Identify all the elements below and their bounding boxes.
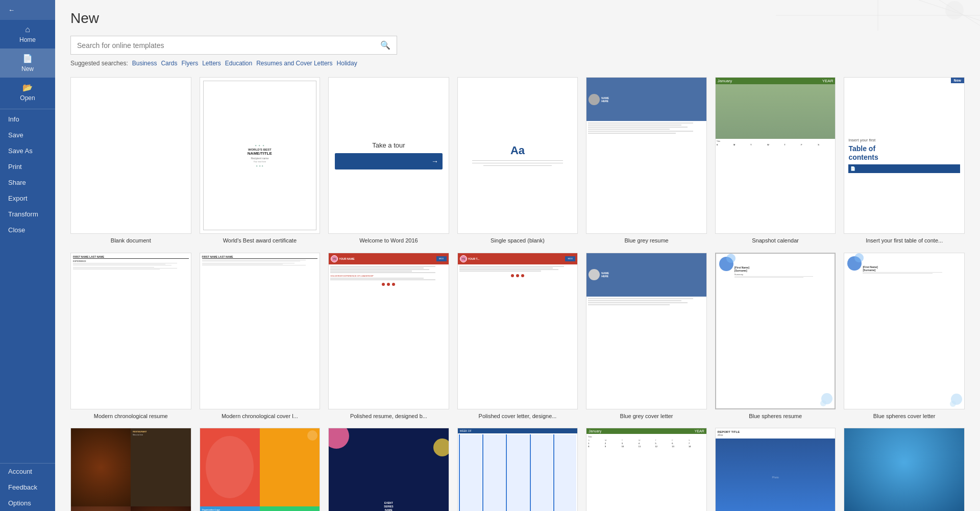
template-banner-calendar[interactable]: JanuaryYEAR Title SMTWTFS 1234567 891011… xyxy=(586,428,707,511)
sidebar-item-save[interactable]: Save xyxy=(0,127,55,143)
template-award[interactable]: ✦ ✦ ✦ WORLD'S BEST NAME/TITLE Recipient … xyxy=(200,77,321,245)
template-award-label: World's Best award certificate xyxy=(223,237,297,244)
template-edu-brochure-thumb: Organization Logo xyxy=(200,428,321,511)
template-blue-appt-cal-thumb: WEEK OF xyxy=(457,428,578,511)
template-report-thumb: REPORT TITLE 20xx Photo xyxy=(715,428,836,511)
template-restaurant-brochure-thumb: RESTAURANT Menu text here xyxy=(70,428,191,511)
template-edu-brochure[interactable]: Organization Logo Education brochure xyxy=(200,428,321,511)
template-single-spaced-thumb: Aa xyxy=(457,77,578,234)
sidebar-item-open[interactable]: 📂 Open xyxy=(0,78,55,107)
template-report[interactable]: REPORT TITLE 20xx Photo Report xyxy=(715,428,836,511)
template-banner-calendar-thumb: JanuaryYEAR Title SMTWTFS 1234567 891011… xyxy=(586,428,707,511)
template-polished-cover[interactable]: YN YOUR T... MOO xyxy=(457,253,578,420)
template-blue-grey-resume-thumb: NAME HERE xyxy=(586,77,707,234)
template-polished-cover-label: Polished cover letter, designe... xyxy=(479,412,557,420)
template-blue-grey-resume[interactable]: NAME HERE Blue grey resume xyxy=(586,77,707,245)
sidebar-item-feedback[interactable]: Feedback xyxy=(0,479,55,495)
sidebar-item-export[interactable]: Export xyxy=(0,190,55,206)
template-toc[interactable]: New Insert your first Table ofcontents 📄… xyxy=(844,77,965,245)
template-snapshot-calendar-thumb: JanuaryYEAR Title SMTWTFS xyxy=(715,77,836,234)
template-blue-spheres-cover[interactable]: [First Name][Surname] Blue spheres cover… xyxy=(844,253,965,420)
template-blue-appt-cal[interactable]: WEEK OF Blue spheres appointment cal... xyxy=(457,428,578,511)
template-blue-grey-cover[interactable]: NAME HERE Blue grey cover letter xyxy=(586,253,707,420)
template-tour-label: Welcome to Word 2016 xyxy=(359,237,418,244)
sidebar-item-info[interactable]: Info xyxy=(0,111,55,127)
template-polished-resume[interactable]: YN YOUR NAME MOO VOLUNTEER EXPERIENCE OF… xyxy=(328,253,449,420)
template-toc-thumb: New Insert your first Table ofcontents 📄 xyxy=(844,77,965,234)
sidebar-item-save-as[interactable]: Save As xyxy=(0,143,55,159)
sidebar-item-open-label: Open xyxy=(20,94,35,102)
templates-grid: Blank document ✦ ✦ ✦ WORLD'S BEST NAME/T… xyxy=(70,77,965,511)
background-decoration xyxy=(776,0,980,31)
template-blank-thumb xyxy=(70,77,191,234)
suggested-label: Suggested searches: xyxy=(70,60,128,67)
template-snapshot-calendar[interactable]: JanuaryYEAR Title SMTWTFS Snapshot calen… xyxy=(715,77,836,245)
template-blue-grey-cover-thumb: NAME HERE xyxy=(586,253,707,409)
search-button[interactable]: 🔍 xyxy=(374,36,397,54)
back-icon: ← xyxy=(8,6,15,14)
template-polished-resume-thumb: YN YOUR NAME MOO VOLUNTEER EXPERIENCE OF… xyxy=(328,253,449,409)
template-modern-chrono-cover-label: Modern chronological cover l... xyxy=(222,412,298,420)
sidebar-item-new[interactable]: 📄 New xyxy=(0,48,55,78)
template-blue-grey-cover-label: Blue grey cover letter xyxy=(620,412,673,420)
sidebar-item-transform[interactable]: Transform xyxy=(0,206,55,222)
template-single-spaced-label: Single spaced (blank) xyxy=(491,237,545,244)
sidebar-item-new-label: New xyxy=(21,65,34,72)
template-blue-spheres-cover-label: Blue spheres cover letter xyxy=(873,412,936,420)
back-button[interactable]: ← xyxy=(0,0,55,20)
search-bar: 🔍 xyxy=(70,36,397,55)
template-blank-label: Blank document xyxy=(111,237,151,244)
template-blank[interactable]: Blank document xyxy=(70,77,191,245)
template-modern-chrono-resume[interactable]: FIRST NAME LAST NAME EXPERIENCE Modern c… xyxy=(70,253,191,420)
search-icon: 🔍 xyxy=(380,41,390,50)
suggested-searches: Suggested searches: Business Cards Flyer… xyxy=(70,60,965,67)
template-vivid-event-thumb: EVENTSERIESNAME xyxy=(328,428,449,511)
template-vivid-event[interactable]: EVENTSERIESNAME Vivid shapes event broch… xyxy=(328,428,449,511)
template-student-report[interactable]: Report Title Student report with photo xyxy=(844,428,965,511)
suggested-tag-letters[interactable]: Letters xyxy=(202,60,221,67)
template-student-report-thumb: Report Title xyxy=(844,428,965,511)
template-blue-spheres-resume-thumb: [First Name][Surname] Summary xyxy=(715,253,836,409)
svg-point-0 xyxy=(945,1,964,19)
template-single-spaced[interactable]: Aa Single spaced (blank) xyxy=(457,77,578,245)
template-polished-cover-thumb: YN YOUR T... MOO xyxy=(457,253,578,409)
new-badge: New xyxy=(951,78,964,83)
new-document-icon: 📄 xyxy=(22,54,33,63)
template-modern-chrono-cover[interactable]: FIRST NAME LAST NAME Modern chronologica… xyxy=(200,253,321,420)
template-restaurant-brochure[interactable]: RESTAURANT Menu text here Restaurant bro… xyxy=(70,428,191,511)
template-tour-thumb: Take a tour → xyxy=(328,77,449,234)
open-folder-icon: 📂 xyxy=(22,83,33,92)
sidebar-item-share[interactable]: Share xyxy=(0,175,55,190)
template-award-thumb: ✦ ✦ ✦ WORLD'S BEST NAME/TITLE Recipient … xyxy=(200,77,321,234)
template-blue-grey-resume-label: Blue grey resume xyxy=(624,237,668,244)
template-toc-label: Insert your first table of conte... xyxy=(866,237,943,244)
suggested-tag-holiday[interactable]: Holiday xyxy=(337,60,357,67)
sidebar-item-print[interactable]: Print xyxy=(0,159,55,175)
sidebar-bottom: Account Feedback Options xyxy=(0,463,55,511)
template-blue-spheres-cover-thumb: [First Name][Surname] xyxy=(844,253,965,409)
suggested-tag-business[interactable]: Business xyxy=(132,60,157,67)
template-modern-chrono-cover-thumb: FIRST NAME LAST NAME xyxy=(200,253,321,409)
search-input[interactable] xyxy=(71,37,374,54)
template-snapshot-calendar-label: Snapshot calendar xyxy=(752,237,799,244)
template-modern-chrono-resume-thumb: FIRST NAME LAST NAME EXPERIENCE xyxy=(70,253,191,409)
template-blue-spheres-resume[interactable]: [First Name][Surname] Summary Blue spher… xyxy=(715,253,836,420)
sidebar-item-close[interactable]: Close xyxy=(0,222,55,238)
suggested-tag-education[interactable]: Education xyxy=(225,60,252,67)
suggested-tag-cards[interactable]: Cards xyxy=(161,60,177,67)
sidebar-item-home-label: Home xyxy=(19,36,36,43)
home-icon: ⌂ xyxy=(25,25,30,34)
suggested-tag-resumes[interactable]: Resumes and Cover Letters xyxy=(256,60,332,67)
sidebar-divider xyxy=(0,109,55,109)
template-blue-spheres-resume-label: Blue spheres resume xyxy=(749,412,802,420)
suggested-tag-flyers[interactable]: Flyers xyxy=(181,60,198,67)
template-modern-chrono-resume-label: Modern chronological resume xyxy=(94,412,168,420)
sidebar-item-options[interactable]: Options xyxy=(0,495,55,511)
main-content: New 🔍 Suggested searches: Business Cards… xyxy=(55,0,980,511)
template-tour[interactable]: Take a tour → Welcome to Word 2016 xyxy=(328,77,449,245)
template-polished-resume-label: Polished resume, designed b... xyxy=(350,412,427,420)
sidebar-item-account[interactable]: Account xyxy=(0,464,55,479)
sidebar: ← ⌂ Home 📄 New 📂 Open Info Save Save As … xyxy=(0,0,55,511)
sidebar-item-home[interactable]: ⌂ Home xyxy=(0,20,55,48)
